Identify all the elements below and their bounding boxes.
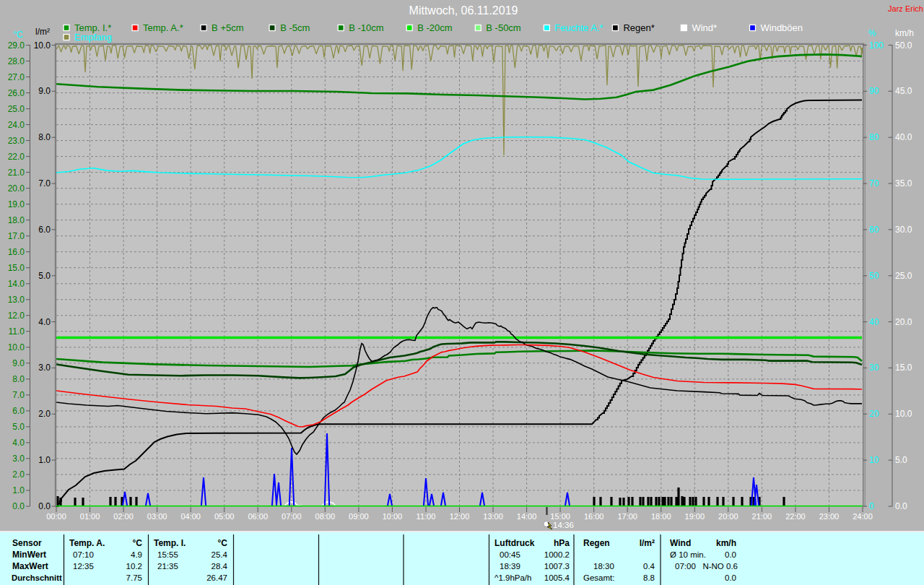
svg-text:^1.9hPa/h: ^1.9hPa/h: [494, 573, 531, 582]
svg-text:0.0: 0.0: [895, 501, 907, 511]
svg-text:10.0: 10.0: [34, 40, 51, 51]
svg-text:13.0: 13.0: [8, 295, 25, 305]
svg-text:22:00: 22:00: [785, 512, 806, 521]
svg-text:5.0: 5.0: [895, 455, 907, 465]
svg-text:2.0: 2.0: [12, 469, 25, 480]
svg-text:28.4: 28.4: [212, 562, 228, 571]
svg-text:40.0: 40.0: [895, 132, 912, 142]
svg-text:Sensor: Sensor: [12, 538, 42, 548]
svg-text:10: 10: [869, 455, 879, 465]
svg-text:7.0: 7.0: [38, 178, 51, 188]
svg-text:09:00: 09:00: [349, 512, 369, 521]
svg-text:Empfang: Empfang: [74, 32, 112, 43]
svg-text:30: 30: [869, 363, 879, 373]
svg-text:7.75: 7.75: [126, 573, 142, 582]
svg-text:1005.4: 1005.4: [544, 573, 570, 582]
svg-text:hPa: hPa: [554, 538, 570, 548]
svg-text:21:00: 21:00: [752, 512, 772, 521]
svg-text:07:00: 07:00: [675, 562, 696, 571]
svg-text:Feuchte A.*: Feuchte A.*: [554, 22, 603, 33]
svg-text:km/h: km/h: [716, 538, 736, 548]
svg-text:B +5cm: B +5cm: [212, 22, 243, 33]
svg-text:Mittwoch, 06.11.2019: Mittwoch, 06.11.2019: [409, 4, 518, 17]
svg-text:26.0: 26.0: [8, 88, 25, 98]
svg-text:01:00: 01:00: [80, 512, 100, 521]
svg-text:°C: °C: [133, 538, 143, 548]
svg-text:00:00: 00:00: [46, 512, 66, 521]
svg-text:10:00: 10:00: [383, 512, 403, 521]
svg-text:35.0: 35.0: [895, 178, 912, 188]
svg-text:8.0: 8.0: [38, 132, 51, 142]
svg-text:l/m²: l/m²: [640, 538, 655, 548]
svg-text:06:00: 06:00: [248, 512, 268, 521]
svg-text:00:45: 00:45: [500, 550, 520, 559]
svg-text:Gesamt:: Gesamt:: [583, 573, 614, 582]
svg-text:21.0: 21.0: [8, 168, 25, 178]
svg-text:16.0: 16.0: [8, 247, 25, 257]
svg-text:3.0: 3.0: [38, 363, 51, 373]
svg-text:100: 100: [869, 40, 884, 51]
svg-text:15:55: 15:55: [157, 550, 178, 559]
svg-text:26.47: 26.47: [206, 573, 227, 582]
svg-text:B -20cm: B -20cm: [417, 22, 452, 33]
svg-text:25.0: 25.0: [8, 104, 25, 114]
svg-text:Regen*: Regen*: [623, 22, 654, 33]
svg-text:50: 50: [869, 271, 879, 281]
svg-text:20.0: 20.0: [8, 183, 25, 194]
svg-text:18.0: 18.0: [8, 215, 25, 225]
svg-text:11:00: 11:00: [417, 512, 436, 521]
svg-text:50.0: 50.0: [895, 40, 912, 51]
svg-text:Wind*: Wind*: [692, 22, 717, 33]
svg-text:15.0: 15.0: [8, 263, 25, 273]
svg-text:45.0: 45.0: [895, 86, 912, 96]
svg-text:03:00: 03:00: [147, 512, 167, 521]
svg-text:60: 60: [869, 225, 879, 235]
svg-text:0.0: 0.0: [725, 550, 736, 559]
svg-text:21:35: 21:35: [157, 562, 178, 571]
svg-text:14.0: 14.0: [8, 279, 25, 289]
svg-text:4.0: 4.0: [12, 438, 25, 448]
svg-text:05:00: 05:00: [214, 512, 235, 521]
svg-text:30.0: 30.0: [895, 225, 912, 235]
svg-text:0.4: 0.4: [643, 562, 655, 571]
svg-text:1000.2: 1000.2: [544, 550, 570, 559]
svg-text:°C: °C: [218, 538, 228, 548]
svg-text:MinWert: MinWert: [12, 550, 46, 560]
svg-text:18:00: 18:00: [651, 512, 671, 521]
svg-text:12:35: 12:35: [73, 562, 94, 571]
svg-text:l/m²: l/m²: [35, 27, 50, 37]
svg-text:Temp. A.: Temp. A.: [69, 538, 105, 548]
svg-text:1007.3: 1007.3: [544, 562, 570, 571]
svg-text:1.0: 1.0: [38, 455, 51, 465]
svg-text:0.0: 0.0: [12, 501, 25, 511]
svg-text:3.0: 3.0: [12, 454, 25, 464]
svg-text:Jarz Erich: Jarz Erich: [888, 4, 923, 13]
svg-text:13:00: 13:00: [483, 512, 503, 521]
svg-text:°C: °C: [14, 30, 24, 40]
svg-text:08:00: 08:00: [315, 512, 336, 521]
svg-text:B -10cm: B -10cm: [349, 22, 383, 33]
svg-text:22.0: 22.0: [8, 152, 25, 162]
svg-text:14:00: 14:00: [517, 512, 537, 521]
svg-text:%: %: [868, 28, 876, 38]
svg-text:70: 70: [869, 178, 879, 188]
svg-text:10.0: 10.0: [895, 409, 912, 419]
svg-text:0.0: 0.0: [38, 501, 51, 511]
svg-text:0.0: 0.0: [725, 573, 736, 582]
svg-text:18:30: 18:30: [593, 562, 614, 571]
svg-text:90: 90: [869, 86, 879, 96]
svg-text:4.0: 4.0: [38, 317, 51, 327]
svg-text:80: 80: [869, 132, 879, 142]
svg-text:Ø 10 min.: Ø 10 min.: [670, 550, 706, 559]
svg-text:25.4: 25.4: [212, 550, 228, 559]
svg-text:Wind: Wind: [670, 538, 691, 548]
svg-text:2.0: 2.0: [38, 409, 51, 419]
svg-text:02:00: 02:00: [113, 512, 134, 521]
svg-text:5.0: 5.0: [38, 271, 51, 281]
svg-text:14:36: 14:36: [553, 521, 574, 529]
svg-text:4.9: 4.9: [131, 550, 142, 559]
svg-text:20:00: 20:00: [718, 512, 738, 521]
svg-text:12:00: 12:00: [450, 512, 470, 521]
svg-text:6.0: 6.0: [38, 225, 51, 235]
svg-text:15.0: 15.0: [895, 363, 912, 373]
